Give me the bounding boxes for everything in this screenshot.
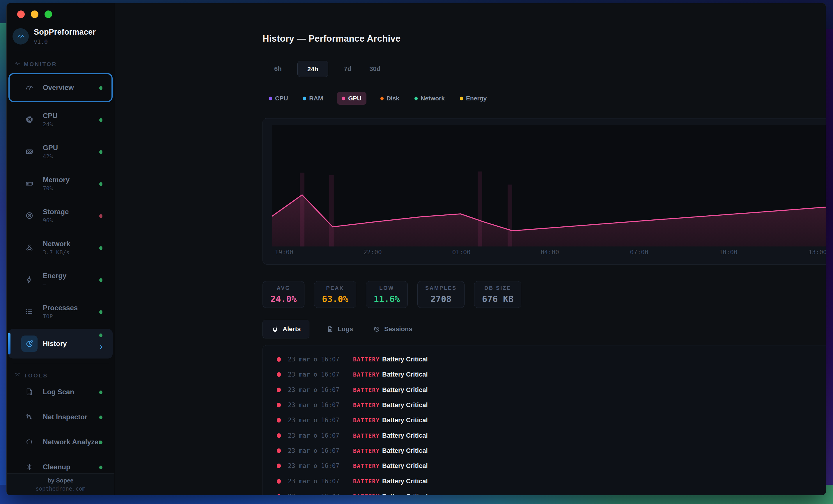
alert-row[interactable]: 23 mar o 16:07 BATTERY Battery Critical … [263, 382, 826, 398]
alert-title: Battery Critical [382, 371, 826, 378]
sidebar-tool-log-scan[interactable]: Log Scan [7, 380, 115, 405]
tab-alerts[interactable]: Alerts [263, 320, 309, 338]
alert-time: 23 mar o 16:07 [288, 447, 343, 454]
alert-row[interactable]: 23 mar o 16:07 BATTERY Battery Critical … [263, 443, 826, 458]
sidebar-item-processes[interactable]: Processes TOP [7, 296, 115, 328]
gpu-icon [21, 143, 38, 160]
status-dot [99, 214, 102, 218]
document-icon [326, 325, 334, 333]
alert-severity-dot [277, 494, 281, 495]
app-window: SopPreformacer v1.0 MONITOR Overview CPU… [6, 3, 826, 495]
cleanup-icon [21, 459, 38, 475]
sidebar-tool-net-inspector[interactable]: Net Inspector [7, 405, 115, 430]
sidebar-item-value: 96% [43, 217, 69, 223]
history-chart-card: 19:0022:0001:0004:0007:0010:0013:00 100%… [263, 118, 826, 265]
sidebar-item-network[interactable]: Network 3.7 KB/s [7, 232, 115, 264]
history-icon [21, 336, 38, 352]
metric-toggle-network[interactable]: Network [413, 92, 446, 105]
metric-toggle-disk[interactable]: Disk [379, 92, 401, 105]
monitor-item-list: Overview CPU 24% GPU 42% Memory 70% [7, 72, 115, 360]
metric-toggle-gpu[interactable]: GPU [337, 92, 366, 105]
sidebar-divider [13, 51, 109, 51]
tool-item-label: Net Inspector [43, 413, 87, 421]
alert-tag: BATTERY [353, 356, 382, 363]
alert-row[interactable]: 23 mar o 16:07 BATTERY Battery Critical … [263, 352, 826, 367]
sidebar-item-gpu[interactable]: GPU 42% [7, 136, 115, 168]
alert-row[interactable]: 23 mar o 16:07 BATTERY Battery Critical … [263, 458, 826, 474]
close-button[interactable] [17, 10, 25, 18]
alert-row[interactable]: 23 mar o 16:07 BATTERY Battery Critical … [263, 428, 826, 443]
range-tab-24h[interactable]: 24h [298, 61, 328, 77]
alert-row[interactable]: 23 mar o 16:07 BATTERY Battery Critical … [263, 398, 826, 413]
metric-toggle-energy[interactable]: Energy [459, 92, 488, 105]
sidebar-item-overview[interactable]: Overview [7, 72, 115, 103]
alert-title: Battery Critical [382, 462, 826, 470]
status-dot [99, 334, 102, 337]
metric-toggle-cpu[interactable]: CPU [268, 92, 289, 105]
alert-tag: BATTERY [353, 462, 382, 470]
alert-tag: BATTERY [353, 432, 382, 439]
status-dot [99, 86, 102, 90]
status-dot [99, 390, 102, 394]
metric-label: Network [421, 95, 445, 102]
alert-title: Battery Critical [382, 386, 826, 394]
bell-icon [271, 325, 279, 333]
chevron-right-icon [97, 343, 105, 352]
sidebar-item-cpu[interactable]: CPU 24% [7, 103, 115, 136]
alert-row[interactable]: 23 mar o 16:07 BATTERY Battery Critical … [263, 413, 826, 428]
time-range-tabs: 6h 24h 7d 30d [272, 61, 383, 77]
status-dot [99, 440, 102, 445]
metric-color-dot [303, 97, 306, 100]
range-tab-6h[interactable]: 6h [272, 61, 284, 77]
alert-row[interactable]: 23 mar o 16:07 BATTERY Battery Critical … [263, 474, 826, 488]
storage-icon [21, 208, 38, 224]
alert-row[interactable]: 23 mar o 16:07 BATTERY Battery Critical … [263, 367, 826, 382]
status-dot [99, 465, 102, 470]
range-tab-7d[interactable]: 7d [342, 61, 354, 77]
tab-label: Alerts [283, 325, 301, 333]
detail-tabs: Alerts Logs Sessions [263, 320, 415, 338]
stat-label: SAMPLES [425, 285, 457, 291]
range-tab-30d[interactable]: 30d [367, 61, 383, 77]
alert-time: 23 mar o 16:07 [288, 386, 343, 393]
net-inspector-icon [21, 409, 38, 425]
app-version: v1.0 [34, 38, 96, 45]
alert-tag: BATTERY [353, 371, 382, 378]
minimize-button[interactable] [31, 10, 39, 18]
sidebar-item-label: Overview [43, 83, 74, 91]
zoom-button[interactable] [45, 10, 52, 18]
metric-toggle-ram[interactable]: RAM [302, 92, 324, 105]
tab-sessions[interactable]: Sessions [370, 320, 415, 338]
metric-color-dot [414, 97, 418, 100]
status-dot [99, 246, 102, 250]
stat-value: 24.0% [270, 294, 296, 304]
sidebar-item-label: Energy [43, 272, 66, 280]
tab-label: Sessions [384, 325, 412, 333]
stat-card-db-size: DB SIZE 676 KB [474, 281, 521, 308]
sidebar-item-memory[interactable]: Memory 70% [7, 168, 115, 200]
sidebar-tool-network-analyzer[interactable]: Network Analyzer [7, 430, 115, 455]
sidebar-item-history[interactable]: History [7, 328, 115, 360]
sessions-icon [373, 325, 380, 333]
stat-card-samples: SAMPLES 2708 [418, 281, 465, 308]
alert-time: 23 mar o 16:07 [288, 493, 343, 495]
app-brand: SopPreformacer v1.0 [13, 28, 96, 45]
x-axis-tick: 22:00 [355, 249, 390, 256]
sidebar-item-storage[interactable]: Storage 96% [7, 200, 115, 232]
sidebar-item-label: History [43, 340, 67, 347]
sidebar-item-energy[interactable]: Energy — [7, 264, 115, 296]
tab-logs[interactable]: Logs [324, 320, 356, 338]
alert-title: Battery Critical [382, 478, 826, 485]
tools-divider [13, 364, 109, 364]
sidebar-item-label: Network [43, 240, 70, 248]
alert-row[interactable]: 23 mar o 16:07 BATTERY Battery Critical … [263, 489, 826, 495]
tab-label: Logs [338, 325, 353, 333]
status-dot [99, 150, 102, 154]
memory-icon [21, 175, 38, 192]
sidebar-footer: by Sopee sopthedrone.com [7, 474, 114, 495]
status-dot [99, 278, 102, 282]
alert-severity-dot [277, 403, 281, 407]
stat-value: 11.6% [374, 294, 400, 304]
alert-time: 23 mar o 16:07 [288, 417, 343, 424]
alert-severity-dot [277, 418, 281, 423]
